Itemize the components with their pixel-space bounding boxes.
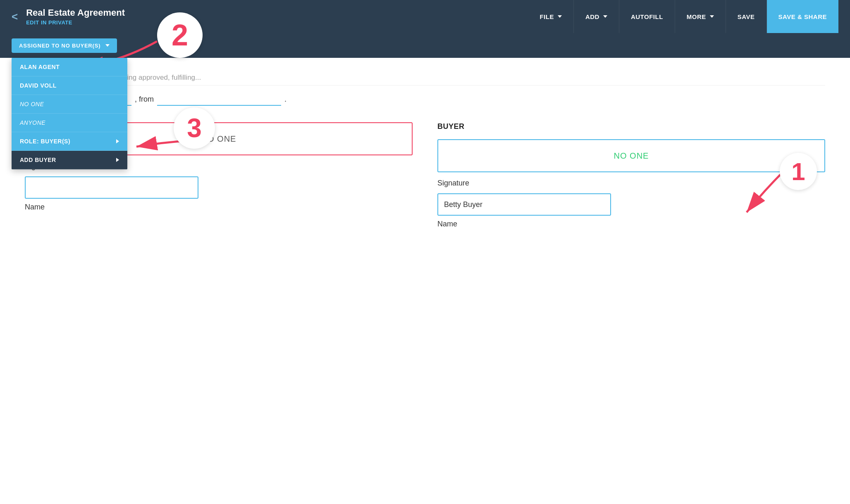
add-menu-button[interactable]: ADD xyxy=(574,0,619,33)
nav-actions: FILE ADD AUTOFILL MORE SAVE SAVE & SHARE xyxy=(528,0,838,33)
from-label: , from xyxy=(135,95,154,104)
dropdown-item-no-one[interactable]: NO ONE xyxy=(12,95,127,114)
save-button[interactable]: SAVE xyxy=(726,0,767,33)
document-amount-row: nt of $ , from . xyxy=(25,93,825,106)
page-title: Real Estate Agreement xyxy=(26,7,528,18)
more-menu-button[interactable]: MORE xyxy=(675,0,726,33)
buyer-section-label: BUYER xyxy=(437,122,825,131)
chevron-right-icon xyxy=(116,139,119,143)
dropdown-item-alan-agent[interactable]: ALAN AGENT xyxy=(12,58,127,76)
dropdown-item-add-buyer[interactable]: ADD BUYER xyxy=(12,151,127,169)
main-content: ...this Agreement, upon Buyer being appr… xyxy=(0,58,850,504)
left-sig-no-one-text: NO ONE xyxy=(201,134,236,144)
title-group: Real Estate Agreement EDIT IN PRIVATE xyxy=(26,7,528,25)
autofill-button[interactable]: AUTOFILL xyxy=(619,0,675,33)
right-sig-label: Signature xyxy=(437,179,825,188)
dropdown-item-anyone[interactable]: ANYONE xyxy=(12,114,127,132)
dropdown-item-david-voll[interactable]: DAVID VOLL xyxy=(12,76,127,95)
back-button[interactable]: < xyxy=(12,10,18,23)
signature-areas: NO ONE Signature Name BUYER NO ONE Signa… xyxy=(25,122,825,228)
right-signature-area: BUYER NO ONE Signature Name xyxy=(437,122,825,228)
toolbar-bar: ASSIGNED TO NO BUYER(S) xyxy=(0,33,850,58)
right-name-input[interactable] xyxy=(437,193,611,216)
buyers-dropdown: ALAN AGENT DAVID VOLL NO ONE ANYONE ROLE… xyxy=(12,58,127,169)
save-share-button[interactable]: SAVE & SHARE xyxy=(767,0,838,33)
chevron-down-icon xyxy=(558,15,562,18)
right-sig-box[interactable]: NO ONE xyxy=(437,139,825,172)
chevron-down-icon xyxy=(603,15,607,18)
document-partial-text: ...this Agreement, upon Buyer being appr… xyxy=(25,70,825,86)
page-subtitle: EDIT IN PRIVATE xyxy=(26,19,528,26)
right-sig-no-one-text: NO ONE xyxy=(614,151,649,161)
dropdown-item-role-buyers[interactable]: ROLE: BUYER(S) xyxy=(12,132,127,151)
from-input[interactable] xyxy=(157,93,281,106)
chevron-down-icon xyxy=(710,15,714,18)
chevron-right-icon xyxy=(116,158,119,162)
chevron-down-icon xyxy=(105,44,110,47)
assigned-buyers-button[interactable]: ASSIGNED TO NO BUYER(S) xyxy=(12,38,117,53)
left-name-input[interactable] xyxy=(25,176,198,199)
right-name-label: Name xyxy=(437,220,825,228)
file-menu-button[interactable]: FILE xyxy=(528,0,574,33)
top-navigation: < Real Estate Agreement EDIT IN PRIVATE … xyxy=(0,0,850,33)
left-name-label: Name xyxy=(25,203,413,212)
